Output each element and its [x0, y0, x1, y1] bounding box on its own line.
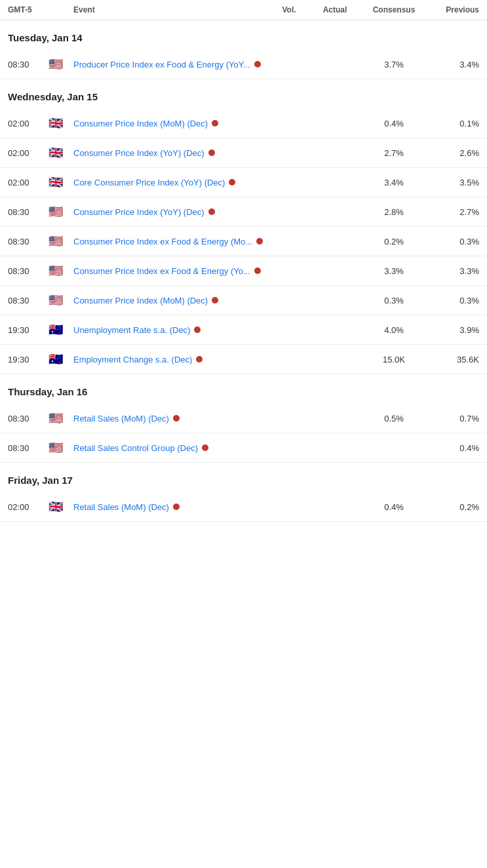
event-cell: Consumer Price Index (MoM) (Dec) — [73, 119, 269, 128]
event-previous: 0.3% — [427, 237, 479, 247]
event-time: 08:30 — [8, 414, 47, 424]
table-row[interactable]: 08:30🇺🇸Producer Price Index ex Food & En… — [0, 50, 487, 79]
flag-icon: 🇺🇸 — [47, 266, 64, 276]
table-row[interactable]: 19:30🇦🇺Employment Change s.a. (Dec)15.0K… — [0, 345, 487, 374]
event-previous: 0.1% — [427, 119, 479, 128]
event-cell: Employment Change s.a. (Dec) — [73, 355, 269, 365]
event-name[interactable]: Consumer Price Index (YoY) (Dec) — [73, 148, 205, 158]
header-event: Event — [73, 5, 269, 14]
event-name[interactable]: Unemployment Rate s.a. (Dec) — [73, 325, 190, 335]
event-name[interactable]: Retail Sales (MoM) (Dec) — [73, 502, 169, 512]
event-previous: 3.3% — [427, 266, 479, 276]
event-time: 08:30 — [8, 60, 47, 69]
event-previous: 3.9% — [427, 325, 479, 335]
importance-dot — [173, 503, 180, 510]
event-flag: 🇺🇸 — [47, 59, 73, 69]
flag-icon: 🇺🇸 — [47, 207, 64, 217]
header-actual: Actual — [309, 5, 361, 14]
event-name[interactable]: Retail Sales (MoM) (Dec) — [73, 414, 169, 424]
event-consensus: 4.0% — [361, 325, 427, 335]
flag-icon: 🇺🇸 — [47, 295, 64, 306]
table-row[interactable]: 08:30🇺🇸Consumer Price Index (MoM) (Dec)0… — [0, 286, 487, 315]
event-consensus: 3.4% — [361, 178, 427, 187]
flag-icon: 🇺🇸 — [47, 443, 64, 453]
header-gmt: GMT-5 — [8, 5, 47, 14]
header-previous: Previous — [427, 5, 479, 14]
section-header-tuesday-jan-14: Tuesday, Jan 14 — [0, 20, 487, 50]
event-cell: Retail Sales (MoM) (Dec) — [73, 502, 269, 512]
flag-icon: 🇦🇺 — [47, 325, 64, 335]
event-previous: 3.4% — [427, 60, 479, 69]
event-consensus: 0.5% — [361, 414, 427, 424]
event-cell: Consumer Price Index ex Food & Energy (Y… — [73, 266, 269, 276]
flag-icon: 🇬🇧 — [47, 502, 64, 512]
event-flag: 🇺🇸 — [47, 413, 73, 424]
event-time: 08:30 — [8, 266, 47, 276]
importance-dot — [208, 208, 215, 215]
event-previous: 0.7% — [427, 414, 479, 424]
event-consensus: 2.8% — [361, 207, 427, 217]
section-header-thursday-jan-16: Thursday, Jan 16 — [0, 374, 487, 404]
table-row[interactable]: 02:00🇬🇧Consumer Price Index (MoM) (Dec)0… — [0, 109, 487, 138]
event-flag: 🇦🇺 — [47, 354, 73, 365]
event-time: 02:00 — [8, 148, 47, 158]
event-time: 08:30 — [8, 296, 47, 306]
table-row[interactable]: 08:30🇺🇸Retail Sales (MoM) (Dec)0.5%0.7% — [0, 404, 487, 433]
importance-dot — [208, 149, 215, 156]
table-row[interactable]: 02:00🇬🇧Core Consumer Price Index (YoY) (… — [0, 168, 487, 197]
event-time: 02:00 — [8, 119, 47, 128]
header-consensus: Consensus — [361, 5, 427, 14]
event-previous: 0.2% — [427, 502, 479, 512]
event-consensus: 0.3% — [361, 296, 427, 306]
event-name[interactable]: Producer Price Index ex Food & Energy (Y… — [73, 60, 250, 69]
section-header-friday-jan-17: Friday, Jan 17 — [0, 463, 487, 492]
table-row[interactable]: 08:30🇺🇸Consumer Price Index (YoY) (Dec)2… — [0, 197, 487, 227]
event-name[interactable]: Employment Change s.a. (Dec) — [73, 355, 192, 365]
flag-icon: 🇺🇸 — [47, 236, 64, 247]
event-consensus: 3.3% — [361, 266, 427, 276]
event-cell: Unemployment Rate s.a. (Dec) — [73, 325, 269, 335]
event-consensus: 0.4% — [361, 119, 427, 128]
event-cell: Retail Sales (MoM) (Dec) — [73, 414, 269, 424]
flag-icon: 🇦🇺 — [47, 354, 64, 365]
importance-dot — [196, 356, 203, 363]
event-time: 08:30 — [8, 207, 47, 217]
importance-dot — [202, 444, 208, 451]
event-previous: 35.6K — [427, 355, 479, 365]
event-name[interactable]: Retail Sales Control Group (Dec) — [73, 443, 198, 453]
event-cell: Consumer Price Index (MoM) (Dec) — [73, 296, 269, 306]
table-row[interactable]: 19:30🇦🇺Unemployment Rate s.a. (Dec)4.0%3… — [0, 315, 487, 345]
event-time: 02:00 — [8, 178, 47, 187]
table-row[interactable]: 02:00🇬🇧Consumer Price Index (YoY) (Dec)2… — [0, 138, 487, 168]
table-row[interactable]: 08:30🇺🇸Consumer Price Index ex Food & En… — [0, 227, 487, 256]
event-consensus: 3.7% — [361, 60, 427, 69]
event-previous: 3.5% — [427, 178, 479, 187]
event-flag: 🇦🇺 — [47, 325, 73, 335]
event-name[interactable]: Consumer Price Index (MoM) (Dec) — [73, 119, 208, 128]
calendar-body: Tuesday, Jan 1408:30🇺🇸Producer Price Ind… — [0, 20, 487, 522]
event-flag: 🇺🇸 — [47, 295, 73, 306]
event-previous: 0.4% — [427, 443, 479, 453]
event-previous: 2.7% — [427, 207, 479, 217]
importance-dot — [194, 326, 201, 333]
table-row[interactable]: 08:30🇺🇸Retail Sales Control Group (Dec)0… — [0, 433, 487, 463]
event-name[interactable]: Consumer Price Index (MoM) (Dec) — [73, 296, 208, 306]
event-previous: 2.6% — [427, 148, 479, 158]
importance-dot — [212, 120, 218, 127]
flag-icon: 🇬🇧 — [47, 148, 64, 158]
table-header: GMT-5 Event Vol. Actual Consensus Previo… — [0, 0, 487, 20]
event-flag: 🇬🇧 — [47, 502, 73, 512]
table-row[interactable]: 08:30🇺🇸Consumer Price Index ex Food & En… — [0, 256, 487, 286]
event-name[interactable]: Consumer Price Index ex Food & Energy (Y… — [73, 266, 250, 276]
event-flag: 🇬🇧 — [47, 177, 73, 187]
table-row[interactable]: 02:00🇬🇧Retail Sales (MoM) (Dec)0.4%0.2% — [0, 492, 487, 522]
flag-icon: 🇺🇸 — [47, 413, 64, 424]
event-consensus: 0.2% — [361, 237, 427, 247]
event-name[interactable]: Core Consumer Price Index (YoY) (Dec) — [73, 178, 225, 187]
event-time: 08:30 — [8, 443, 47, 453]
event-name[interactable]: Consumer Price Index ex Food & Energy (M… — [73, 237, 252, 247]
section-header-wednesday-jan-15: Wednesday, Jan 15 — [0, 79, 487, 109]
event-name[interactable]: Consumer Price Index (YoY) (Dec) — [73, 207, 205, 217]
event-flag: 🇺🇸 — [47, 266, 73, 276]
importance-dot — [229, 179, 235, 186]
